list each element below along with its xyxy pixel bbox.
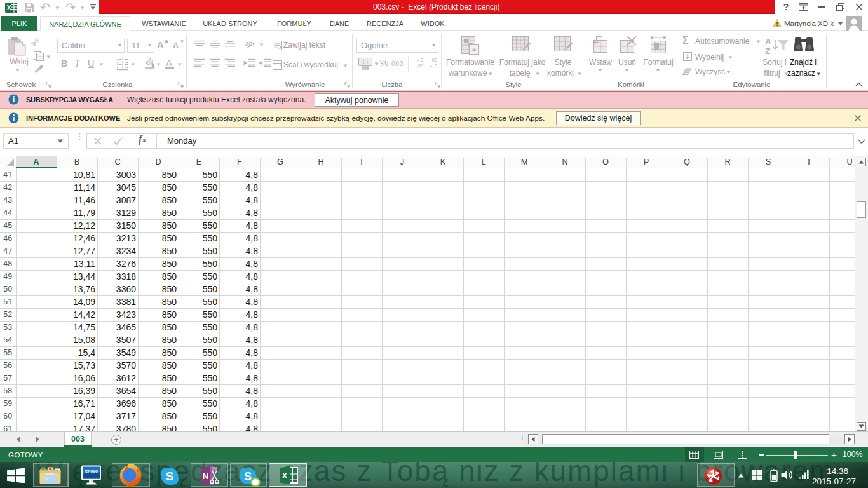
svg-text:X: X [282,471,288,480]
svg-text:N: N [203,471,208,481]
svg-text:A: A [765,37,771,46]
svg-text:S: S [244,470,252,483]
svg-text:X: X [7,4,12,11]
svg-text:Z: Z [765,46,770,56]
svg-text:S: S [166,470,174,483]
svg-text:→,0: →,0 [428,63,437,68]
svg-text:lenovo: lenovo [85,469,98,473]
svg-text:,00: ,00 [431,57,437,63]
svg-text:ab: ab [245,40,253,47]
svg-text:,00: ,00 [417,63,423,68]
svg-text:←0: ←0 [416,57,423,63]
